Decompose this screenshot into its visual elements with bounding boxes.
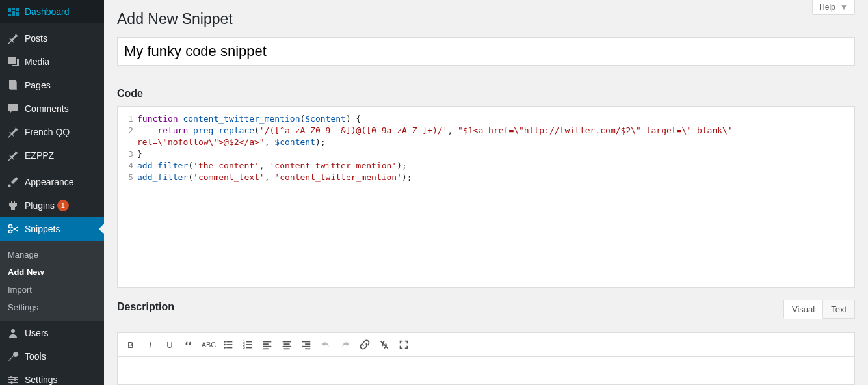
svg-point-12 — [224, 344, 226, 346]
code-line: function content_twitter_mention($conten… — [137, 113, 854, 125]
svg-point-10 — [224, 341, 226, 343]
ul-button[interactable] — [219, 336, 237, 354]
sidebar-item-posts[interactable]: Posts — [0, 27, 104, 50]
sidebar-item-label: Plugins — [25, 200, 55, 211]
submenu-item-add-new[interactable]: Add New — [0, 263, 104, 281]
tab-visual[interactable]: Visual — [783, 300, 823, 319]
align-right-button[interactable] — [297, 336, 315, 354]
svg-point-9 — [10, 381, 13, 384]
link-button[interactable] — [356, 336, 374, 354]
sidebar-item-french-qq[interactable]: French QQ — [0, 120, 104, 144]
pin-icon — [7, 126, 20, 139]
help-tab[interactable]: Help ▼ — [812, 0, 855, 15]
svg-text:3: 3 — [243, 345, 245, 349]
svg-point-14 — [224, 347, 226, 349]
strike-button[interactable]: ABC — [200, 336, 218, 354]
svg-rect-13 — [226, 344, 232, 345]
align-left-button[interactable] — [258, 336, 276, 354]
svg-point-7 — [10, 376, 12, 378]
svg-rect-21 — [246, 347, 252, 349]
sidebar-item-settings[interactable]: Settings — [0, 368, 104, 385]
submenu-item-import[interactable]: Import — [0, 281, 104, 299]
line-number: 3 — [118, 148, 133, 160]
undo-button[interactable] — [317, 336, 335, 354]
ol-button[interactable]: 123 — [239, 336, 257, 354]
sidebar-item-label: Media — [25, 57, 49, 67]
fullscreen-button[interactable] — [395, 336, 413, 354]
code-line: return preg_replace('/([^a-zA-Z0-9-_&])@… — [137, 125, 854, 148]
sidebar-item-pages[interactable]: Pages — [0, 73, 104, 97]
tab-text[interactable]: Text — [823, 300, 855, 319]
sidebar-item-users[interactable]: Users — [0, 321, 104, 345]
page-title: Add New Snippet — [117, 10, 855, 28]
sidebar-item-label: Tools — [25, 351, 46, 362]
pages-icon — [7, 79, 20, 92]
dashboard-icon — [7, 5, 20, 18]
sidebar-item-ezppz[interactable]: EZPPZ — [0, 144, 104, 167]
redo-button[interactable] — [336, 336, 354, 354]
sidebar-item-comments[interactable]: Comments — [0, 97, 104, 120]
line-number — [118, 137, 133, 148]
sidebar-item-appearance[interactable]: Appearance — [0, 170, 104, 194]
sidebar-item-label: Dashboard — [25, 7, 70, 17]
svg-rect-26 — [283, 341, 291, 343]
underline-button[interactable]: U — [161, 336, 179, 354]
sidebar-item-media[interactable]: Media — [0, 50, 104, 73]
svg-rect-31 — [305, 343, 310, 345]
chevron-down-icon: ▼ — [840, 3, 848, 12]
svg-rect-25 — [263, 348, 269, 349]
sidebar-item-label: Pages — [25, 80, 51, 90]
svg-point-3 — [11, 329, 15, 333]
code-line: add_filter('the_content', 'content_twitt… — [137, 160, 854, 172]
code-body[interactable]: function content_twitter_mention($conten… — [137, 107, 854, 287]
sidebar-item-plugins[interactable]: Plugins 1 — [0, 194, 104, 217]
description-heading: Description — [117, 301, 855, 313]
sidebar-item-label: Appearance — [25, 177, 74, 187]
update-badge: 1 — [57, 200, 69, 211]
pin-icon — [7, 149, 20, 162]
snippets-submenu: Manage Add New Import Settings — [0, 241, 104, 321]
svg-rect-22 — [263, 341, 272, 343]
code-line: add_filter('comment_text', 'content_twit… — [137, 172, 854, 183]
sidebar-item-tools[interactable]: Tools — [0, 345, 104, 368]
settings-icon — [7, 373, 20, 385]
svg-rect-32 — [302, 346, 311, 347]
svg-point-8 — [14, 378, 16, 381]
code-line: } — [137, 148, 854, 160]
comments-icon — [7, 102, 20, 115]
svg-point-2 — [9, 230, 12, 233]
snippet-title-input[interactable] — [117, 37, 855, 66]
sidebar-item-dashboard[interactable]: Dashboard — [0, 0, 104, 23]
line-number: 5 — [118, 172, 133, 183]
svg-rect-23 — [263, 343, 269, 345]
submenu-item-settings[interactable]: Settings — [0, 299, 104, 316]
quote-button[interactable] — [180, 336, 198, 354]
svg-rect-28 — [283, 346, 291, 347]
unlink-button[interactable] — [375, 336, 393, 354]
main-content: Help ▼ Add New Snippet Code 1 2 3 4 5 fu… — [104, 0, 868, 385]
italic-button[interactable]: I — [141, 336, 159, 354]
users-icon — [7, 326, 20, 339]
description-editor[interactable] — [117, 356, 855, 385]
pin-icon — [7, 32, 20, 45]
svg-rect-15 — [226, 347, 232, 349]
line-number: 2 — [118, 125, 133, 137]
sidebar-item-label: French QQ — [25, 127, 70, 137]
sidebar-item-label: Comments — [25, 103, 69, 114]
bold-button[interactable]: B — [122, 336, 140, 354]
code-heading: Code — [117, 88, 855, 100]
svg-rect-33 — [305, 348, 310, 349]
sidebar-item-snippets[interactable]: Snippets — [0, 217, 104, 241]
svg-rect-29 — [284, 348, 290, 349]
svg-rect-19 — [246, 344, 252, 345]
svg-rect-30 — [302, 341, 311, 343]
svg-rect-24 — [263, 346, 272, 347]
sidebar-item-label: Users — [25, 328, 49, 338]
scissors-icon — [7, 222, 20, 235]
admin-sidebar: Dashboard Posts Media Pages Comments Fre… — [0, 0, 104, 385]
submenu-item-manage[interactable]: Manage — [0, 246, 104, 263]
sidebar-item-label: Settings — [25, 375, 58, 385]
code-editor[interactable]: 1 2 3 4 5 function content_twitter_menti… — [117, 106, 855, 288]
align-center-button[interactable] — [278, 336, 296, 354]
sidebar-item-label: Posts — [25, 33, 47, 44]
